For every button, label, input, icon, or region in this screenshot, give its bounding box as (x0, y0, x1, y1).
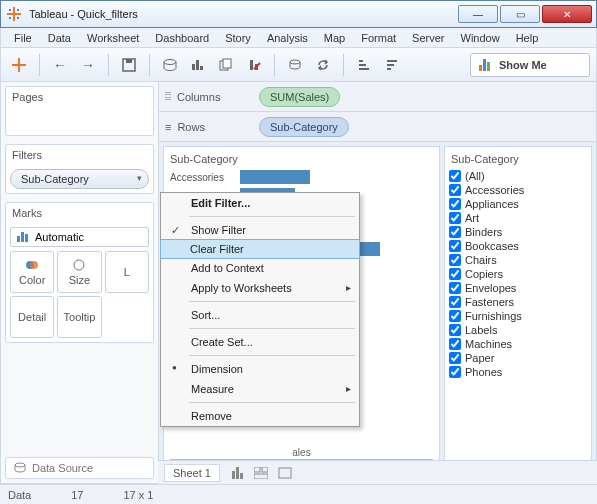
context-menu-item[interactable]: Apply to Worksheets (161, 278, 359, 298)
swap-button[interactable] (283, 53, 307, 77)
menubar: File Data Worksheet Dashboard Story Anal… (0, 28, 597, 48)
rows-shelf[interactable]: ≡Rows Sub-Category (159, 112, 596, 142)
close-button[interactable]: ✕ (542, 5, 592, 23)
svg-rect-25 (387, 68, 391, 70)
maximize-button[interactable]: ▭ (500, 5, 540, 23)
columns-shelf[interactable]: ⦙⦙⦙Columns SUM(Sales) (159, 82, 596, 112)
checkbox[interactable] (449, 184, 461, 196)
checkbox[interactable] (449, 338, 461, 350)
new-story-icon[interactable] (278, 467, 292, 479)
tableau-icon (5, 5, 23, 23)
menu-map[interactable]: Map (317, 30, 352, 46)
filter-checkbox[interactable]: Bookcases (449, 239, 587, 253)
filter-card-title: Sub-Category (449, 151, 587, 169)
sort-desc-button[interactable] (380, 53, 404, 77)
checkbox[interactable] (449, 324, 461, 336)
filter-checkbox[interactable]: Binders (449, 225, 587, 239)
rows-field-sub-category[interactable]: Sub-Category (259, 117, 349, 137)
svg-rect-38 (240, 473, 243, 479)
context-menu-item[interactable]: Clear Filter (160, 239, 360, 259)
back-button[interactable]: ← (48, 53, 72, 77)
filter-pill-sub-category[interactable]: Sub-Category (10, 169, 149, 189)
svg-point-34 (74, 260, 84, 270)
filter-checkbox[interactable]: Labels (449, 323, 587, 337)
data-source-tab[interactable]: Data Source (5, 457, 154, 479)
menu-worksheet[interactable]: Worksheet (80, 30, 146, 46)
sort-asc-button[interactable] (352, 53, 376, 77)
context-menu-item[interactable]: Add to Context (161, 258, 359, 278)
filter-checkbox[interactable]: Copiers (449, 267, 587, 281)
menu-file[interactable]: File (7, 30, 39, 46)
context-menu-item[interactable]: Show Filter (161, 220, 359, 240)
checkbox[interactable] (449, 282, 461, 294)
tableau-logo-icon[interactable] (7, 53, 31, 77)
clear-button[interactable] (242, 53, 266, 77)
menu-format[interactable]: Format (354, 30, 403, 46)
sheet-tab[interactable]: Sheet 1 (164, 464, 220, 482)
filter-checkbox[interactable]: Machines (449, 337, 587, 351)
marks-type-select[interactable]: Automatic (10, 227, 149, 247)
checkbox[interactable] (449, 268, 461, 280)
context-menu-item[interactable]: Measure (161, 379, 359, 399)
svg-rect-40 (262, 467, 268, 472)
marks-label[interactable]: L (105, 251, 149, 293)
columns-field-sum-sales[interactable]: SUM(Sales) (259, 87, 340, 107)
filter-checkbox[interactable]: Envelopes (449, 281, 587, 295)
new-dashboard-icon[interactable] (254, 467, 268, 479)
forward-button[interactable]: → (76, 53, 100, 77)
checkbox[interactable] (449, 352, 461, 364)
new-data-button[interactable] (158, 53, 182, 77)
left-panel: Pages Filters Sub-Category Marks Automat… (1, 82, 159, 483)
filter-item-label: Paper (465, 352, 494, 364)
filters-panel: Filters Sub-Category (5, 144, 154, 194)
menu-story[interactable]: Story (218, 30, 258, 46)
filter-checkbox[interactable]: Paper (449, 351, 587, 365)
filter-checkbox[interactable]: Appliances (449, 197, 587, 211)
status-marks: 17 (71, 489, 83, 501)
svg-rect-9 (126, 59, 132, 63)
checkbox[interactable] (449, 296, 461, 308)
refresh-button[interactable] (311, 53, 335, 77)
filter-checkbox[interactable]: Art (449, 211, 587, 225)
filter-checkbox[interactable]: Phones (449, 365, 587, 379)
save-button[interactable] (117, 53, 141, 77)
checkbox[interactable] (449, 310, 461, 322)
new-worksheet-button[interactable] (186, 53, 210, 77)
menu-server[interactable]: Server (405, 30, 451, 46)
filter-checkbox[interactable]: Fasteners (449, 295, 587, 309)
duplicate-button[interactable] (214, 53, 238, 77)
filter-checkbox[interactable]: (All) (449, 169, 587, 183)
show-me-button[interactable]: Show Me (470, 53, 590, 77)
checkbox[interactable] (449, 212, 461, 224)
marks-detail[interactable]: Detail (10, 296, 54, 338)
checkbox[interactable] (449, 366, 461, 378)
filter-checkbox[interactable]: Accessories (449, 183, 587, 197)
filter-checkbox[interactable]: Furnishings (449, 309, 587, 323)
marks-size[interactable]: Size (57, 251, 101, 293)
svg-rect-7 (12, 64, 26, 66)
context-menu-item[interactable]: Remove (161, 406, 359, 426)
context-menu-item[interactable]: Edit Filter... (161, 193, 359, 213)
marks-color[interactable]: Color (10, 251, 54, 293)
svg-rect-41 (254, 474, 268, 479)
checkbox[interactable] (449, 226, 461, 238)
filter-checkbox[interactable]: Chairs (449, 253, 587, 267)
svg-rect-11 (196, 60, 199, 70)
checkbox[interactable] (449, 240, 461, 252)
marks-tooltip[interactable]: Tooltip (57, 296, 101, 338)
bar-accessories[interactable] (240, 170, 310, 184)
context-menu-item[interactable]: Create Set... (161, 332, 359, 352)
context-menu-item[interactable]: Dimension (161, 359, 359, 379)
minimize-button[interactable]: — (458, 5, 498, 23)
checkbox[interactable] (449, 198, 461, 210)
checkbox[interactable] (449, 170, 461, 182)
checkbox[interactable] (449, 254, 461, 266)
menu-help[interactable]: Help (509, 30, 546, 46)
menu-data[interactable]: Data (41, 30, 78, 46)
menu-window[interactable]: Window (454, 30, 507, 46)
context-menu-item[interactable]: Sort... (161, 305, 359, 325)
svg-rect-24 (387, 64, 394, 66)
menu-dashboard[interactable]: Dashboard (148, 30, 216, 46)
menu-analysis[interactable]: Analysis (260, 30, 315, 46)
new-worksheet-icon[interactable] (230, 467, 244, 479)
